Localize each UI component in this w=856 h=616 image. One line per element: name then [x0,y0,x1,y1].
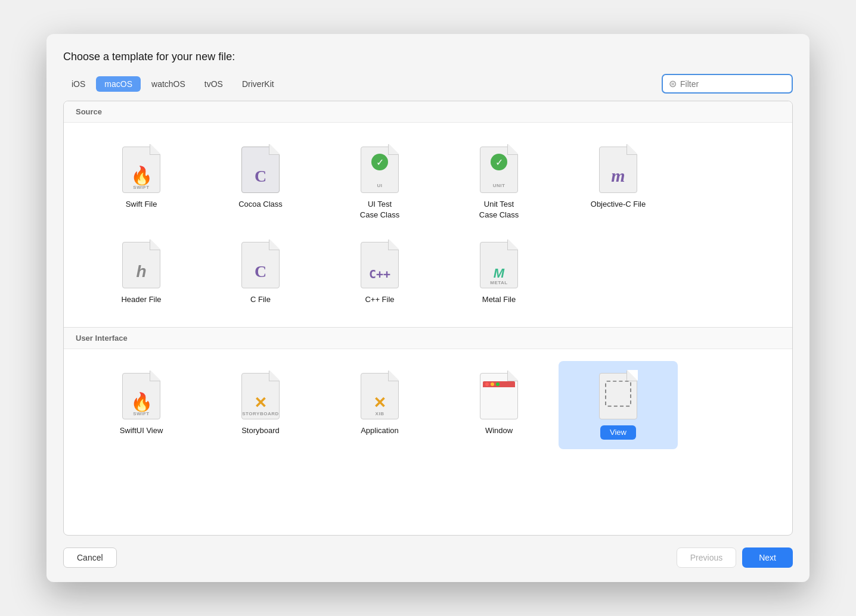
metal-file-label: Metal File [482,294,516,305]
c-file-icon: C [240,239,281,288]
window-file-icon [478,371,520,419]
dialog-title: Choose a template for your new file: [63,51,793,63]
swift-file-icon: 🔥 SWIFT [120,144,162,193]
view-label: View [600,425,636,440]
tab-tvos[interactable]: tvOS [196,76,231,92]
footer: Cancel Previous Next [63,547,793,568]
cancel-button[interactable]: Cancel [63,547,117,568]
tabs: iOS macOS watchOS tvOS DriverKit [63,76,283,92]
item-header-file[interactable]: h Header File [82,230,201,315]
objc-file-icon: m [597,144,639,193]
section-ui-header: User Interface [64,328,792,349]
item-objc-file[interactable]: m Objective-C File [559,135,678,230]
item-application[interactable]: ✕ XIB Application [320,361,439,449]
storyboard-symbol: ✕ [254,394,267,412]
header-file-label: Header File [121,294,161,305]
view-inner-border [605,380,631,406]
metal-symbol: M [494,266,504,281]
cocoa-class-icon: C [240,144,281,193]
storyboard-icon: ✕ STORYBOARD [240,371,281,419]
filter-box: ⊜ [662,74,793,94]
item-swiftui-view[interactable]: 🔥 SWIFT SwiftUI View [82,361,201,449]
c-file-label: C File [250,294,271,305]
swiftui-view-icon: 🔥 SWIFT [120,371,162,419]
tab-macos[interactable]: macOS [96,76,141,92]
swiftui-symbol: 🔥 [131,391,153,412]
cplain-symbol: C [255,262,266,281]
content-scroll[interactable]: Source 🔥 SWIFT Swift File [64,101,792,530]
tab-watchos[interactable]: watchOS [143,76,194,92]
section-source-header: Source [64,101,792,123]
content-area: Source 🔥 SWIFT Swift File [63,101,793,536]
application-label: Application [361,425,399,436]
application-icon: ✕ XIB [359,371,401,419]
objc-file-label: Objective-C File [591,199,646,210]
h-symbol: h [136,262,146,281]
unit-test-icon: ✓ UNIT [478,144,520,193]
item-window[interactable]: Window [439,361,559,449]
filter-icon: ⊜ [669,78,677,89]
previous-button[interactable]: Previous [677,547,736,568]
cpp-file-label: C++ File [365,294,394,305]
ui-test-icon: ✓ UI [359,144,401,193]
cpp-file-icon: C++ [359,239,401,288]
dialog: Choose a template for your new file: iOS… [46,34,810,582]
c-symbol: C [255,167,266,186]
item-swift-file[interactable]: 🔥 SWIFT Swift File [82,135,201,230]
ui-badge: ✓ [371,154,388,170]
section-user-interface: User Interface 🔥 SWIFT SwiftUI View [64,328,792,461]
item-c-file[interactable]: C C File [201,230,320,315]
footer-right: Previous Next [677,547,793,568]
item-storyboard[interactable]: ✕ STORYBOARD Storyboard [201,361,320,449]
xib-symbol: ✕ [373,394,386,412]
swiftui-view-label: SwiftUI View [120,425,163,436]
tabs-filter-row: iOS macOS watchOS tvOS DriverKit ⊜ [63,74,793,94]
unit-test-label: Unit TestCase Class [479,199,519,220]
item-cpp-file[interactable]: C++ C++ File [320,230,439,315]
tab-ios[interactable]: iOS [63,76,94,92]
next-button[interactable]: Next [742,547,793,568]
unit-badge: ✓ [491,154,507,170]
cpp-symbol: C++ [369,267,390,281]
item-cocoa-class[interactable]: C Cocoa Class [201,135,320,230]
tab-driverkit[interactable]: DriverKit [234,76,283,92]
filter-input[interactable] [680,79,786,89]
source-items-grid: 🔥 SWIFT Swift File C Cocoa Class [64,123,792,327]
view-file-icon [597,371,639,419]
window-label: Window [485,425,513,436]
section-source: Source 🔥 SWIFT Swift File [64,101,792,328]
ui-test-label: UI TestCase Class [360,199,399,220]
swift-file-label: Swift File [126,199,157,210]
m-symbol: m [611,166,625,186]
item-view[interactable]: View [559,361,678,449]
metal-file-icon: M METAL [478,239,520,288]
swift-symbol: 🔥 [131,165,153,186]
ui-items-grid: 🔥 SWIFT SwiftUI View ✕ STORYBOARD [64,349,792,461]
item-unit-test[interactable]: ✓ UNIT Unit TestCase Class [439,135,559,230]
item-metal-file[interactable]: M METAL Metal File [439,230,559,315]
header-file-icon: h [120,239,162,288]
item-ui-test[interactable]: ✓ UI UI TestCase Class [320,135,439,230]
cocoa-class-label: Cocoa Class [238,199,283,210]
storyboard-label: Storyboard [241,425,280,436]
